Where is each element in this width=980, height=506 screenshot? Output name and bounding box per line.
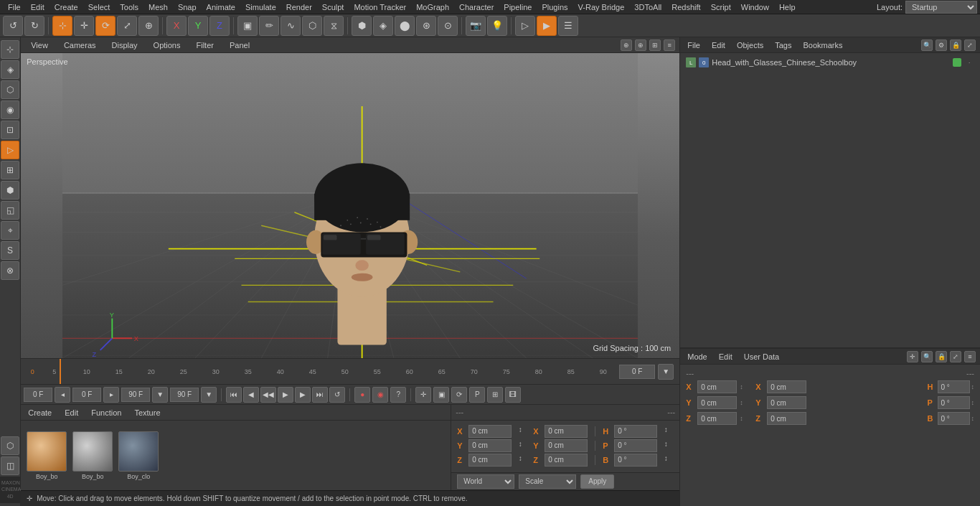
viewport-3d[interactable]: X Y Z Perspective Grid Spacing : 100 cm (21, 53, 679, 358)
left-icon-11[interactable]: S (1, 241, 19, 260)
scale-select[interactable]: Scale (519, 474, 576, 489)
mat-tab-create[interactable]: Create (25, 407, 55, 418)
go-to-start-button[interactable]: ⏮ (226, 387, 242, 403)
frame-step-up[interactable]: ▸ (103, 387, 119, 403)
h-input[interactable] (614, 425, 657, 438)
menu-tools[interactable]: Tools (115, 1, 143, 13)
menu-help[interactable]: Help (774, 1, 801, 13)
left-icon-10[interactable]: ⌖ (1, 221, 19, 240)
polygon-pen-button[interactable]: ◈ (373, 16, 393, 36)
z-rot-input[interactable] (545, 454, 588, 467)
x-axis-button[interactable]: X (166, 16, 187, 36)
left-icon-9[interactable]: ◱ (1, 201, 19, 220)
om-lock-icon[interactable]: 🔒 (950, 39, 961, 51)
material-item-2[interactable]: Boy_bo (72, 431, 113, 480)
vp-icon-1[interactable]: ⊕ (621, 39, 632, 51)
light-button[interactable]: 💡 (487, 16, 507, 36)
vp-icon-2[interactable]: ⊕ (635, 39, 646, 51)
vp-tab-filter[interactable]: Filter (191, 39, 220, 51)
mat-tab-function[interactable]: Function (88, 407, 124, 418)
menu-mesh[interactable]: Mesh (143, 1, 173, 13)
am-x2-input[interactable] (767, 380, 806, 393)
menu-script[interactable]: Script (706, 1, 736, 13)
menu-window[interactable]: Window (736, 1, 774, 13)
am-menu-icon[interactable]: ≡ (964, 351, 976, 362)
loop-button[interactable]: ⬤ (395, 16, 415, 36)
left-icon-6[interactable]: ▷ (1, 141, 19, 159)
frame-end-btn[interactable]: ▼ (658, 364, 674, 380)
am-y-input[interactable] (697, 396, 737, 409)
menu-pipeline[interactable]: Pipeline (499, 1, 537, 13)
om-tab-tags[interactable]: Tags (772, 39, 794, 51)
apply-button[interactable]: Apply (580, 474, 614, 489)
menu-redshift[interactable]: Redshift (666, 1, 705, 13)
z-axis-button[interactable]: Z (209, 16, 230, 36)
nurbs-button[interactable]: ⬡ (302, 16, 322, 36)
render-button[interactable]: ▶ (537, 16, 557, 36)
pen-button[interactable]: ✏ (259, 16, 279, 36)
vp-icon-3[interactable]: ⊞ (649, 39, 661, 51)
y-rot-input[interactable] (545, 439, 588, 452)
material-item-3[interactable]: Boy_clo (118, 431, 159, 480)
om-expand-icon[interactable]: ⤢ (964, 39, 976, 51)
timeline-ruler[interactable]: 0 5 10 15 20 25 30 35 40 45 50 55 60 65 … (21, 358, 679, 384)
am-tab-userdata[interactable]: User Data (741, 351, 783, 362)
menu-create[interactable]: Create (50, 1, 83, 13)
undo-button[interactable]: ↺ (3, 16, 23, 36)
om-item-head[interactable]: L 0 Head_with_Glasses_Chinese_Schoolboy … (683, 56, 977, 69)
vp-tab-options[interactable]: Options (148, 39, 187, 51)
om-tab-bookmarks[interactable]: Bookmarks (800, 39, 845, 51)
am-b-input[interactable] (938, 412, 970, 425)
vp-tab-cameras[interactable]: Cameras (58, 39, 102, 51)
redo-button[interactable]: ↻ (24, 16, 44, 36)
rotate-tool-button[interactable]: ⟳ (95, 16, 116, 36)
menu-mograph[interactable]: MoGraph (411, 1, 454, 13)
left-icon-1[interactable]: ⊹ (1, 40, 19, 59)
menu-animate[interactable]: Animate (202, 1, 240, 13)
left-icon-5[interactable]: ⊡ (1, 121, 19, 139)
left-icon-2[interactable]: ◈ (1, 60, 19, 79)
menu-edit[interactable]: Edit (26, 1, 50, 13)
render-queue-button[interactable]: ☰ (558, 16, 578, 36)
frame-input-right[interactable] (619, 365, 655, 379)
smooth-button[interactable]: ⊙ (438, 16, 458, 36)
menu-file[interactable]: File (3, 1, 26, 13)
am-expand-icon[interactable]: ⤢ (950, 351, 961, 362)
mat-tab-texture[interactable]: Texture (131, 407, 163, 418)
am-search-icon[interactable]: 🔍 (921, 351, 933, 362)
play-button[interactable]: ▶ (278, 387, 293, 403)
left-icon-bottom-1[interactable]: ⬡ (1, 436, 19, 455)
magnet-button[interactable]: ⊛ (416, 16, 436, 36)
om-settings-icon[interactable]: ⚙ (936, 39, 947, 51)
am-h-input[interactable] (938, 380, 970, 393)
left-icon-bottom-2[interactable]: ◫ (1, 456, 19, 475)
auto-key-button[interactable]: ◉ (372, 387, 388, 403)
menu-sculpt[interactable]: Sculpt (317, 1, 349, 13)
om-tab-edit[interactable]: Edit (709, 39, 728, 51)
y-pos-input[interactable] (468, 439, 512, 452)
lock-button[interactable]: P (469, 387, 485, 403)
vp-icon-4[interactable]: ≡ (664, 39, 675, 51)
move-tool-button[interactable]: ✛ (74, 16, 94, 36)
cube-button[interactable]: ▣ (237, 16, 258, 36)
x-rot-input[interactable] (545, 425, 588, 438)
go-to-end-button[interactable]: ⏭ (312, 387, 328, 403)
left-icon-3[interactable]: ⬡ (1, 80, 19, 99)
preview-end-btn2[interactable]: ▼ (201, 387, 217, 403)
scale-tool-button[interactable]: ⤢ (117, 16, 137, 36)
am-z2-input[interactable] (767, 412, 806, 425)
am-move-icon[interactable]: ✛ (907, 351, 918, 362)
x-pos-input[interactable] (468, 425, 512, 438)
preview-end-frame[interactable] (170, 388, 199, 402)
play-reverse-button[interactable]: ◀◀ (260, 387, 276, 403)
move-pb-button[interactable]: ✛ (415, 387, 431, 403)
am-x-input[interactable] (697, 380, 737, 393)
poly-button[interactable]: ⬢ (352, 16, 372, 36)
menu-character[interactable]: Character (454, 1, 499, 13)
frame-step-down[interactable]: ◂ (55, 387, 70, 403)
film-button[interactable]: 🎞 (505, 387, 521, 403)
vp-tab-display[interactable]: Display (106, 39, 143, 51)
preview-end-input-btn[interactable]: ▼ (152, 387, 168, 403)
loop-button[interactable]: ↺ (329, 387, 345, 403)
current-frame-input[interactable] (72, 388, 101, 402)
